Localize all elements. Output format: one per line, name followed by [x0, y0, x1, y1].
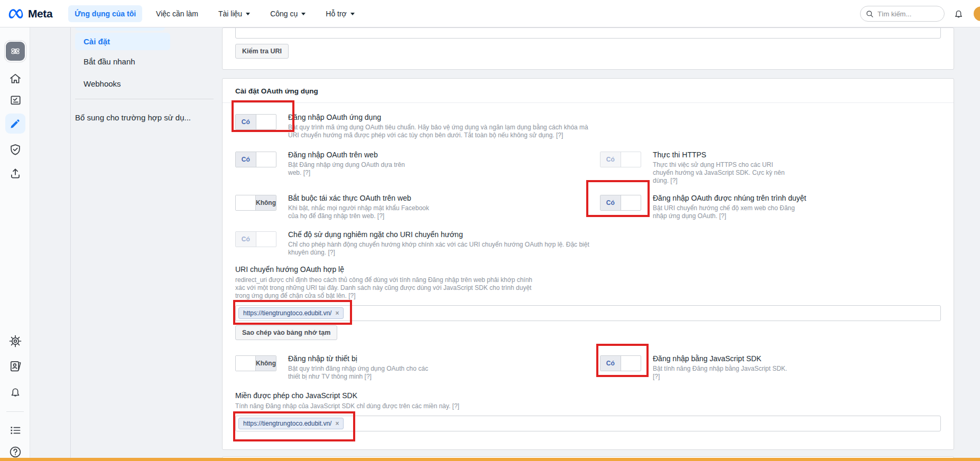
remove-chip-icon[interactable]: ×	[335, 309, 339, 317]
setting-title: Thực thi HTTPS	[653, 150, 791, 159]
setting-strict-mode: Có Chế độ sử dụng nghiêm ngặt cho URI ch…	[235, 230, 941, 257]
remove-chip-icon[interactable]: ×	[335, 420, 339, 427]
setting-title: Đăng nhập OAuth ứng dụng	[288, 112, 596, 122]
setting-client-oauth-login: Có Đăng nhập OAuth ứng dụng Bật quy trìn…	[235, 112, 600, 139]
main-content: Kiểm tra URI Cài đặt OAuth ứng dụng Có Đ…	[222, 27, 954, 461]
nav-tools[interactable]: Công cụ	[264, 5, 312, 22]
shield-check-icon[interactable]	[7, 142, 23, 157]
left-nav-panel: Cài đặt Bắt đầu nhanh Webhooks Bổ sung c…	[30, 27, 222, 461]
toggle-knob	[256, 232, 276, 247]
tasks-icon[interactable]	[7, 92, 23, 108]
setting-row: Có Đăng nhập OAuth trên web Bật Đăng nhậ…	[235, 150, 941, 185]
setting-device-login: Không Đăng nhập từ thiết bị Bật quy trìn…	[235, 354, 600, 381]
main-nav: Ứng dụng của tôi Việc cần làm Tài liệu C…	[68, 5, 361, 22]
contact-card-icon[interactable]	[7, 358, 23, 374]
setting-row: Có Đăng nhập OAuth ứng dụng Bật quy trìn…	[235, 112, 941, 139]
setting-title: Đăng nhập OAuth được nhúng trên trình du…	[653, 193, 806, 203]
setting-row: Không Bắt buộc tái xác thực OAuth trên w…	[235, 193, 941, 220]
toggle-label: Có	[600, 356, 621, 371]
check-uri-button[interactable]: Kiểm tra URI	[235, 44, 289, 59]
setting-row: Không Đăng nhập từ thiết bị Bật quy trìn…	[235, 354, 941, 381]
setting-desc: Bật quy trình mã ứng dụng OAuth tiêu chu…	[288, 124, 596, 139]
toggle-knob	[256, 115, 276, 129]
bell-icon[interactable]	[953, 8, 964, 20]
setting-desc: Chỉ cho phép hành động chuyển hướng khớp…	[288, 241, 596, 257]
nav-docs[interactable]: Tài liệu	[212, 5, 256, 22]
bell-icon[interactable]	[7, 384, 23, 400]
chip-text: https://tiengtrungtoco.edubit.vn/	[243, 420, 331, 427]
toggle-label: Có	[600, 195, 621, 210]
home-icon[interactable]	[7, 71, 23, 87]
toggle-strict-mode: Có	[235, 231, 276, 247]
toggle-label: Có	[236, 232, 256, 247]
search-box[interactable]	[860, 6, 945, 22]
toggle-embedded-browser-login[interactable]: Có	[600, 195, 641, 211]
setting-title: Đăng nhập từ thiết bị	[288, 354, 437, 363]
uri-check-input[interactable]	[235, 27, 941, 39]
sidebar-item-quickstart[interactable]: Bắt đầu nhanh	[75, 53, 170, 70]
gear-icon[interactable]	[7, 333, 23, 349]
toggle-knob	[236, 195, 256, 210]
nav-support-label: Hỗ trợ	[326, 10, 347, 18]
app-icon[interactable]	[6, 42, 25, 61]
sidebar-item-use-cases[interactable]: Bổ sung cho trường hợp sử dụ...	[75, 113, 222, 122]
upload-icon[interactable]	[7, 165, 23, 181]
uri-check-card: Kiểm tra URI	[222, 27, 954, 70]
list-icon[interactable]	[7, 422, 23, 438]
toggle-knob	[256, 152, 276, 167]
setting-desc: Bật quy trình đăng nhập ứng dụng OAuth c…	[288, 365, 437, 381]
toggle-knob	[621, 356, 641, 371]
avatar[interactable]	[974, 6, 980, 21]
bottom-progress-bar	[0, 458, 980, 461]
copy-to-clipboard-button[interactable]: Sao chép vào bảng nhớ tạm	[235, 325, 337, 340]
card-title: Cài đặt OAuth ứng dụng	[223, 79, 954, 103]
nav-todo[interactable]: Việc cần làm	[150, 5, 205, 22]
chip-text: https://tiengtrungtoco.edubit.vn/	[243, 309, 331, 317]
toggle-label: Có	[236, 152, 256, 167]
setting-jssdk-login: Có Đăng nhập bằng JavaScript SDK Bật tín…	[600, 354, 941, 381]
sidebar-item-settings[interactable]: Cài đặt	[75, 33, 170, 50]
toggle-label: Có	[600, 152, 621, 167]
toggle-label: Có	[236, 115, 256, 129]
setting-title: Đăng nhập OAuth trên web	[288, 150, 415, 159]
sidebar-item-webhooks[interactable]: Webhooks	[75, 75, 170, 92]
toggle-web-oauth-login[interactable]: Có	[235, 152, 276, 167]
search-input[interactable]	[877, 10, 930, 18]
navbar-right	[860, 0, 980, 27]
top-navbar: Meta Ứng dụng của tôi Việc cần làm Tài l…	[0, 0, 980, 27]
pencil-icon[interactable]	[5, 114, 25, 134]
meta-logo[interactable]: Meta	[7, 7, 52, 20]
nav-my-apps[interactable]: Ứng dụng của tôi	[68, 5, 142, 22]
redirect-uri-input[interactable]: https://tiengtrungtoco.edubit.vn/ ×	[235, 305, 941, 321]
setting-title: Đăng nhập bằng JavaScript SDK	[653, 354, 791, 363]
setting-desc: Bật tính năng Đăng nhập bằng JavaScript …	[653, 365, 791, 381]
toggle-enforce-https: Có	[600, 152, 641, 167]
setting-web-oauth-login: Có Đăng nhập OAuth trên web Bật Đăng nhậ…	[235, 150, 600, 185]
leftnav-divider-line	[70, 27, 71, 461]
section-heading: Miền được phép cho JavaScript SDK	[235, 391, 941, 400]
section-desc: Tính năng Đăng nhập của JavaScript SDK c…	[235, 402, 543, 410]
toggle-knob	[236, 356, 256, 371]
toggle-client-oauth-login[interactable]: Có	[235, 114, 276, 130]
toggle-knob	[621, 195, 641, 210]
setting-title: Chế độ sử dụng nghiêm ngặt cho URI chuyể…	[288, 230, 596, 239]
jssdk-domain-chip[interactable]: https://tiengtrungtoco.edubit.vn/ ×	[238, 418, 344, 429]
chevron-down-icon	[246, 13, 250, 15]
brand-wordmark: Meta	[28, 7, 52, 20]
section-heading: URI chuyển hướng OAuth hợp lệ	[235, 265, 941, 274]
nav-support[interactable]: Hỗ trợ	[319, 5, 361, 22]
setting-desc: Bật URI chuyển hướng chế độ xem web cho …	[653, 204, 802, 220]
redirect-uri-section: URI chuyển hướng OAuth hợp lệ redirect_u…	[235, 265, 941, 340]
setting-enforce-https: Có Thực thi HTTPS Thực thi việc sử dụng …	[600, 150, 941, 185]
sidebar-divider	[6, 411, 24, 412]
section-desc: redirect_uri được chỉ định theo cách thủ…	[235, 276, 543, 300]
setting-desc: Bật Đăng nhập ứng dụng OAuth dựa trên we…	[288, 161, 415, 177]
toggle-jssdk-login[interactable]: Có	[600, 355, 641, 371]
jssdk-domains-input[interactable]: https://tiengtrungtoco.edubit.vn/ ×	[235, 416, 941, 431]
oauth-settings-card: Cài đặt OAuth ứng dụng Có Đăng nhập OAut…	[222, 78, 954, 450]
redirect-uri-chip[interactable]: https://tiengtrungtoco.edubit.vn/ ×	[238, 307, 344, 319]
toggle-device-login[interactable]: Không	[235, 355, 276, 371]
chevron-down-icon	[350, 13, 355, 15]
toggle-force-web-reauth[interactable]: Không	[235, 195, 276, 211]
jssdk-domains-section: Miền được phép cho JavaScript SDK Tính n…	[235, 391, 941, 431]
